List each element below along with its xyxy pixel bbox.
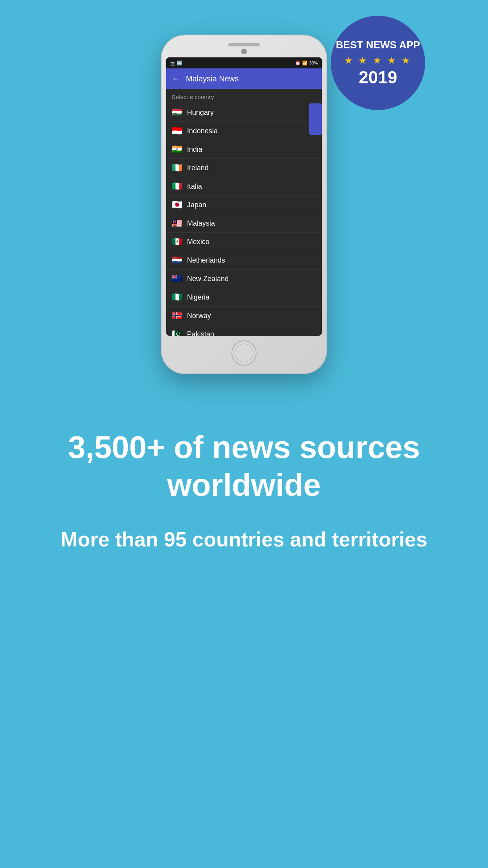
country-flag-icon: 🇲🇾 [172, 219, 182, 228]
list-item[interactable]: 🇲🇽Mexico [166, 233, 322, 251]
country-name: New Zealand [187, 275, 229, 283]
list-item[interactable]: 🇮🇩Indonesia [166, 122, 322, 140]
country-name: Nigeria [187, 293, 209, 302]
country-flag-icon: 🇮🇳 [172, 145, 182, 154]
wifi-icon: 📶 [302, 61, 308, 66]
country-name: Malaysia [187, 219, 215, 228]
status-right-icons: ⏰ 📶 39% [295, 61, 318, 66]
country-list[interactable]: 🇭🇺Hungary▼🇮🇩Indonesia🇮🇳India🇮🇪Ireland🇮🇹I… [166, 103, 322, 336]
country-name: Indonesia [187, 127, 218, 135]
best-app-badge: BEST NEWS APP ★ ★ ★ ★ ★ 2019 [331, 16, 425, 110]
list-item[interactable]: 🇵🇰Pakistan [166, 325, 322, 336]
phone-mockup: 📷 🔤 ⏰ 📶 39% ← Malaysia News Select a cou… [161, 35, 327, 373]
country-flag-icon: 🇳🇱 [172, 256, 182, 265]
list-item[interactable]: 🇮🇹Italia [166, 177, 322, 196]
countries-container: 🇭🇺Hungary▼🇮🇩Indonesia🇮🇳India🇮🇪Ireland🇮🇹I… [166, 103, 322, 336]
phone-camera [241, 49, 247, 54]
list-item[interactable]: 🇲🇾Malaysia [166, 214, 322, 233]
list-item[interactable]: 🇮🇪Ireland [166, 159, 322, 177]
list-item[interactable]: 🇳🇱Netherlands [166, 251, 322, 270]
country-name: Netherlands [187, 256, 225, 265]
list-item[interactable]: 🇮🇳India [166, 140, 322, 159]
top-section: BEST NEWS APP ★ ★ ★ ★ ★ 2019 📷 🔤 ⏰ 📶 39%… [0, 0, 488, 397]
country-flag-icon: 🇳🇬 [172, 293, 182, 302]
country-flag-icon: 🇳🇴 [172, 311, 182, 320]
phone-notch [166, 43, 322, 54]
nav-bar: ← Malaysia News [166, 68, 322, 89]
list-item[interactable]: 🇳🇴Norway [166, 307, 322, 325]
bottom-section: 3,500+ of news sources worldwide More th… [0, 397, 488, 590]
country-name: Ireland [187, 164, 209, 172]
status-bar: 📷 🔤 ⏰ 📶 39% [166, 57, 322, 68]
alarm-icon: ⏰ [295, 61, 301, 66]
home-button-inner [235, 344, 253, 362]
country-flag-icon: 🇭🇺 [172, 108, 182, 117]
country-flag-icon: 🇲🇽 [172, 237, 182, 246]
battery-label: 39% [309, 61, 318, 65]
country-name: Mexico [187, 238, 209, 246]
country-flag-icon: 🇮🇪 [172, 164, 182, 172]
country-name: India [187, 145, 202, 154]
main-tagline: 3,500+ of news sources worldwide [31, 428, 457, 504]
country-name: Japan [187, 201, 206, 209]
country-flag-icon: 🇮🇩 [172, 127, 182, 135]
country-flag-icon: 🇳🇿 [172, 274, 182, 283]
scroll-indicator[interactable] [309, 103, 322, 135]
phone-screen: 📷 🔤 ⏰ 📶 39% ← Malaysia News Select a cou… [166, 57, 322, 336]
country-name: Pakistan [187, 330, 214, 336]
nav-title: Malaysia News [186, 74, 238, 83]
country-flag-icon: 🇮🇹 [172, 182, 182, 191]
country-flag-icon: 🇵🇰 [172, 330, 182, 336]
badge-stars: ★ ★ ★ ★ ★ [344, 55, 412, 66]
badge-title: BEST NEWS APP [336, 39, 420, 52]
phone-speaker [228, 43, 260, 46]
country-name: Hungary [187, 108, 214, 117]
select-country-label: Select a country [166, 89, 322, 103]
badge-year: 2019 [359, 68, 397, 87]
list-item[interactable]: 🇭🇺Hungary▼ [166, 103, 322, 122]
list-item[interactable]: 🇳🇬Nigeria [166, 288, 322, 307]
home-button[interactable] [231, 340, 257, 366]
sub-tagline: More than 95 countries and territories [61, 528, 427, 551]
status-left-icons: 📷 🔤 [170, 61, 182, 66]
list-item[interactable]: 🇯🇵Japan [166, 196, 322, 214]
country-flag-icon: 🇯🇵 [172, 200, 182, 209]
list-item[interactable]: 🇳🇿New Zealand [166, 270, 322, 288]
country-name: Italia [187, 182, 202, 191]
back-button[interactable]: ← [172, 74, 180, 83]
country-name: Norway [187, 312, 211, 320]
